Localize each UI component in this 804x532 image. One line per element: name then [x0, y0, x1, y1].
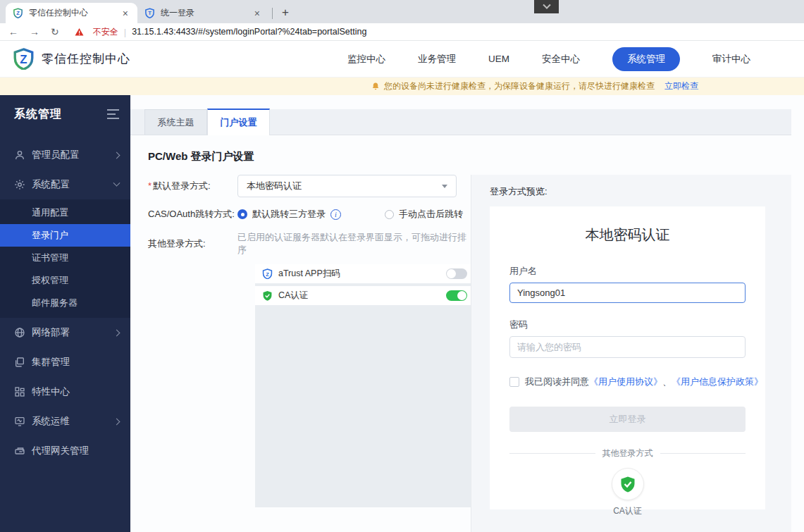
privacy-policy-link[interactable]: 《用户信息保护政策》 — [672, 376, 763, 388]
sidebar-item-feature-center[interactable]: 特性中心 — [0, 377, 130, 407]
ca-shield-check-icon — [619, 476, 636, 493]
main-content: 系统主题 门户设置 PC/Web 登录门户设置 *默认登录方式: 本地密码认证 … — [130, 95, 804, 532]
tab-close-icon[interactable]: × — [252, 8, 262, 19]
nav-audit-center[interactable]: 审计中心 — [712, 53, 750, 66]
nav-system-management[interactable]: 系统管理 — [612, 47, 680, 71]
toggle-knob — [447, 269, 456, 278]
ca-auth-button[interactable] — [612, 468, 644, 500]
toggle-atrust-off[interactable] — [446, 268, 467, 279]
agreement-checkbox[interactable] — [509, 377, 519, 387]
username-input[interactable] — [509, 283, 746, 303]
gateway-icon — [14, 445, 25, 457]
user-agreement-link[interactable]: 《用户使用协议》 — [589, 376, 662, 388]
radio-default-redirect[interactable] — [237, 209, 247, 219]
nav-uem[interactable]: UEM — [488, 54, 509, 64]
other-login-label: 其他登录方式: — [148, 237, 237, 250]
tab-system-theme[interactable]: 系统主题 — [144, 109, 207, 135]
gear-icon — [14, 179, 25, 190]
password-label: 密码 — [509, 318, 746, 331]
tab-title: 零信任控制中心 — [29, 7, 120, 19]
toggle-ca-on[interactable] — [446, 290, 467, 301]
auth-server-row-atrust[interactable]: Z aTrust APP扫码 — [255, 264, 474, 283]
ca-auth-label: CA认证 — [613, 505, 642, 517]
login-preview-panel: 登录方式预览: 本地密码认证 用户名 密码 我已阅读并同意 《用户使用协议》 、… — [471, 175, 791, 532]
radio-label[interactable]: 手动点击后跳转 — [399, 208, 463, 221]
chevron-right-icon — [113, 151, 120, 159]
tab-separator — [272, 8, 273, 19]
login-title: 本地密码认证 — [509, 206, 746, 245]
radio-manual-redirect[interactable] — [385, 210, 394, 219]
browser-tab-unified-login[interactable]: T 统一登录 × — [137, 3, 269, 23]
sidebar-item-system-operations[interactable]: 系统运维 — [0, 407, 130, 436]
tab-portal-setting[interactable]: 门户设置 — [207, 109, 270, 135]
default-login-select[interactable]: 本地密码认证 — [237, 175, 457, 197]
user-icon — [14, 149, 25, 161]
tab-close-icon[interactable]: × — [120, 8, 130, 19]
portal-settings-form: *默认登录方式: 本地密码认证 CAS/OAuth跳转方式: 默认跳转三方登录 … — [130, 175, 471, 532]
shield-t-favicon-icon: T — [144, 8, 155, 18]
required-asterisk: * — [148, 180, 151, 191]
sidebar-title: 系统管理 — [14, 107, 62, 122]
grid-icon — [14, 386, 25, 397]
toggle-knob — [457, 291, 466, 300]
sidebar-item-authorization-management[interactable]: 授权管理 — [0, 269, 130, 292]
sidebar-item-mail-server[interactable]: 邮件服务器 — [0, 292, 130, 314]
sidebar-item-login-portal[interactable]: 登录门户 — [0, 224, 130, 247]
health-check-banner: 您的设备尚未进行健康检查，为保障设备健康运行，请尽快进行健康检查 立即检查 — [0, 78, 804, 95]
default-login-label: *默认登录方式: — [148, 180, 237, 192]
svg-text:Z: Z — [20, 53, 27, 66]
ca-shield-check-icon — [262, 290, 273, 301]
monitor-icon — [14, 416, 25, 427]
app-logo-icon: Z — [13, 48, 35, 70]
preview-label: 登录方式预览: — [490, 185, 791, 198]
browser-tabbar: Z 零信任控制中心 × T 统一登录 × + — [0, 0, 804, 23]
banner-message: 您的设备尚未进行健康检查，为保障设备健康运行，请尽快进行健康检查 — [384, 80, 655, 92]
nav-monitor-center[interactable]: 监控中心 — [347, 53, 385, 66]
agreement-row: 我已阅读并同意 《用户使用协议》 、 《用户信息保护政策》 — [509, 376, 746, 388]
bell-icon — [371, 82, 380, 91]
address-bar-url[interactable]: 31.15.1.43:4433/#/system/loginPortal?%24… — [132, 27, 366, 37]
system-config-submenu: 通用配置 登录门户 证书管理 授权管理 邮件服务器 — [0, 199, 130, 318]
browser-tab-zero-trust[interactable]: Z 零信任控制中心 × — [6, 3, 137, 23]
cas-oauth-label: CAS/OAuth跳转方式: — [148, 208, 237, 221]
forward-button[interactable]: → — [30, 26, 39, 37]
sidebar-item-system-config[interactable]: 系统配置 — [0, 170, 130, 199]
sidebar-item-certificate-management[interactable]: 证书管理 — [0, 247, 130, 269]
username-label: 用户名 — [509, 265, 746, 278]
ca-auth-method: CA认证 — [509, 468, 746, 517]
shield-z-favicon-icon: Z — [13, 8, 23, 18]
app-title: 零信任控制中心 — [42, 51, 130, 67]
server-name: aTrust APP扫码 — [278, 268, 340, 280]
login-button[interactable]: 立即登录 — [509, 407, 746, 432]
sidebar-item-general-config[interactable]: 通用配置 — [0, 202, 130, 224]
agreement-separator: 、 — [662, 376, 672, 388]
password-input[interactable] — [509, 336, 746, 358]
app-header: Z 零信任控制中心 监控中心 业务管理 UEM 安全中心 系统管理 审计中心 — [0, 41, 804, 78]
svg-text:Z: Z — [266, 271, 269, 278]
back-button[interactable]: ← — [8, 26, 18, 37]
sidebar-item-network-deployment[interactable]: 网络部署 — [0, 318, 130, 347]
collapse-sidebar-icon[interactable] — [107, 109, 119, 119]
nav-security-center[interactable]: 安全中心 — [542, 53, 580, 66]
not-secure-label[interactable]: 不安全 — [93, 26, 118, 38]
new-tab-button[interactable]: + — [277, 4, 294, 21]
refresh-button[interactable]: ↻ — [51, 26, 59, 37]
screen-share-dropdown-button[interactable] — [534, 0, 559, 13]
sidebar-item-admin-config[interactable]: 管理员配置 — [0, 140, 130, 170]
sidebar-menu: 管理员配置 系统配置 通用配置 登录门户 证书管理 授权管理 邮件服务器 — [0, 140, 130, 466]
check-now-link[interactable]: 立即检查 — [664, 80, 698, 92]
svg-text:T: T — [148, 10, 151, 16]
other-methods-divider: 其他登录方式 — [509, 447, 746, 459]
auth-server-row-ca[interactable]: CA认证 — [255, 286, 474, 305]
sidebar-item-proxy-gateway-management[interactable]: 代理网关管理 — [0, 436, 130, 466]
info-icon[interactable]: i — [330, 209, 341, 220]
cluster-icon — [14, 357, 25, 368]
browser-toolbar: ← → ↻ 不安全 | 31.15.1.43:4433/#/system/log… — [0, 23, 804, 41]
agreement-text: 我已阅读并同意 — [525, 376, 589, 388]
globe-icon — [14, 327, 25, 338]
sidebar-item-cluster-management[interactable]: 集群管理 — [0, 347, 130, 377]
nav-business-management[interactable]: 业务管理 — [418, 53, 456, 66]
url-separator: | — [124, 27, 126, 37]
chevron-right-icon — [113, 418, 120, 425]
radio-label[interactable]: 默认跳转三方登录 — [252, 208, 326, 221]
